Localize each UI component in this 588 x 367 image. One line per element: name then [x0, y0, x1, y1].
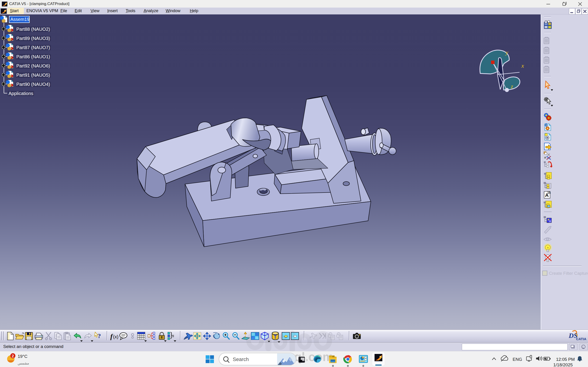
svg-text:x: x [521, 62, 524, 69]
svg-text:?: ? [98, 332, 101, 340]
svg-text:y: y [505, 49, 508, 56]
svg-text:مشمس: مشمس [18, 361, 29, 365]
svg-text:ENG: ENG [513, 357, 522, 362]
svg-text:2: 2 [12, 354, 14, 358]
svg-text:(x): (x) [113, 334, 118, 339]
svg-text:19°C: 19°C [18, 354, 27, 359]
svg-text:n: n [547, 246, 549, 249]
svg-text:i: i [582, 345, 583, 349]
svg-text:Create Filter Capture: Create Filter Capture [549, 271, 588, 276]
svg-text:12:05 PM: 12:05 PM [556, 357, 575, 362]
svg-text:Search: Search [233, 357, 249, 362]
svg-text:CATIA: CATIA [576, 337, 586, 341]
svg-text:z: z [510, 83, 513, 90]
svg-text:1/18/2025: 1/18/2025 [553, 362, 573, 367]
